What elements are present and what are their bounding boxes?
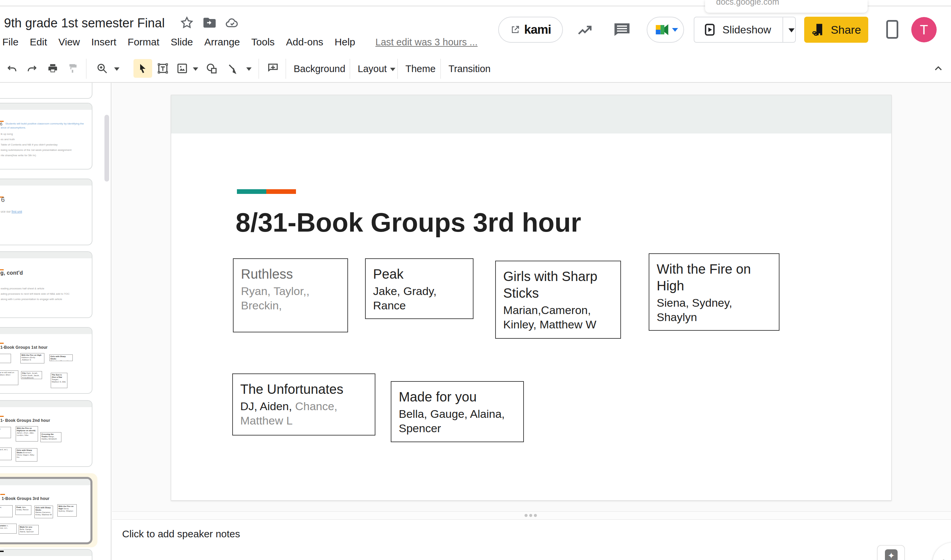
thumb-band (0, 103, 92, 110)
url-tooltip: docs.google.com (705, 0, 868, 13)
slide-accent-bar (237, 189, 296, 194)
slide-thumbnail-6[interactable]: 1- Book Groups 2nd hour ke H, , LucyWith… (0, 400, 92, 467)
menu-file[interactable]: File (0, 35, 24, 49)
menu-addons[interactable]: Add-ons (280, 35, 329, 49)
star-icon[interactable] (180, 15, 194, 30)
meet-button[interactable] (647, 17, 684, 43)
menu-edit[interactable]: Edit (24, 35, 53, 49)
kami-button[interactable]: kami (498, 17, 563, 43)
slide-header-band (171, 95, 891, 134)
menu-insert[interactable]: Insert (86, 35, 122, 49)
group-box[interactable]: RuthlessRyan, Taylor,, Breckin, (233, 258, 348, 332)
group-box[interactable]: The UnfortunatesDJ, Aiden, Chance, Matth… (232, 374, 375, 435)
notes-resize-handle[interactable] (112, 511, 951, 520)
slide-thumbnail-7-selected[interactable]: 1-Book Groups 3rd hour ss ler,Peak Jake,… (0, 477, 92, 544)
speaker-notes[interactable]: Click to add speaker notes (112, 520, 951, 560)
line-caret[interactable] (246, 68, 252, 71)
toolbar-divider (440, 59, 441, 79)
menubar: File Edit View Insert Format Slide Arran… (0, 35, 361, 49)
cloud-status-icon[interactable] (225, 15, 240, 30)
kami-tool-button[interactable]: ✦ (877, 545, 905, 560)
menu-slide[interactable]: Slide (165, 35, 199, 49)
shape-icon[interactable] (202, 59, 221, 78)
layout-caret (390, 68, 395, 71)
slide-thumbnail-4[interactable]: g, cont'd eading processes half sheet & … (0, 251, 92, 318)
handle-dot (525, 514, 528, 517)
toolbar-divider (86, 59, 86, 79)
redo-icon[interactable] (23, 59, 42, 78)
thumb-band (0, 401, 92, 407)
slideshow-caret[interactable] (788, 28, 794, 32)
slide-canvas: 8/31-Book Groups 3rd hour RuthlessRyan, … (112, 83, 951, 511)
toolbar-divider (397, 59, 398, 79)
comment-icon[interactable] (612, 20, 632, 40)
account-avatar[interactable]: T (911, 17, 937, 42)
insert-image-icon[interactable] (173, 59, 192, 78)
main-toolbar: Background Layout Theme Transition (0, 55, 951, 83)
textbox-icon[interactable] (154, 59, 172, 78)
thumb-band (0, 179, 92, 186)
slideshow-divider (782, 17, 783, 42)
thumb8-content-sliver (0, 551, 4, 552)
paint-format-icon[interactable] (63, 59, 82, 78)
slide-thumbnail-1[interactable] (0, 83, 92, 99)
handle-dot (529, 514, 532, 517)
slide-thumbnail-2[interactable]: 6 Students will build positive classroom… (0, 103, 92, 169)
sparkle-icon: ✦ (885, 549, 898, 560)
share-org-icon (811, 22, 826, 37)
add-comment-icon[interactable] (264, 59, 282, 78)
filmstrip: 6 Students will build positive classroom… (0, 83, 111, 560)
menu-arrange[interactable]: Arrange (199, 35, 246, 49)
external-link-icon (510, 25, 520, 35)
device-frame-icon[interactable] (886, 20, 898, 39)
collapse-toolbar-icon[interactable] (929, 59, 948, 78)
speaker-notes-placeholder: Click to add speaker notes (122, 528, 240, 540)
meet-caret (672, 28, 678, 32)
meet-icon (653, 20, 671, 39)
thumb-band (0, 252, 92, 258)
present-icon (703, 23, 716, 36)
menu-help[interactable]: Help (329, 35, 361, 49)
select-tool[interactable] (134, 59, 152, 78)
move-folder-icon[interactable] (202, 15, 217, 30)
transition-button[interactable]: Transition (448, 55, 491, 82)
current-slide[interactable]: 8/31-Book Groups 3rd hour RuthlessRyan, … (171, 95, 892, 501)
share-button[interactable]: Share (804, 17, 868, 43)
document-title[interactable]: 9th grade 1st semester Final (4, 16, 165, 30)
handle-dot (534, 514, 537, 517)
group-box[interactable]: PeakJake, Grady, Rance (365, 258, 474, 319)
group-box[interactable]: Girls with Sharp SticksMarian,Cameron, K… (495, 261, 621, 339)
last-edit-link[interactable]: Last edit was 3 hours ... (375, 35, 477, 49)
slide-thumbnail-8[interactable] (0, 549, 92, 560)
toolbar-divider (286, 59, 286, 79)
image-caret[interactable] (193, 68, 198, 71)
theme-button[interactable]: Theme (405, 55, 435, 82)
thumb-accent (0, 343, 4, 344)
toolbar-divider (350, 59, 350, 79)
undo-icon[interactable] (3, 59, 22, 78)
zoom-caret[interactable] (114, 68, 120, 71)
thumb-accent (0, 494, 5, 495)
spark-trend-icon[interactable] (576, 21, 595, 39)
thumb-band (0, 479, 91, 485)
zoom-icon[interactable] (93, 59, 111, 78)
line-icon[interactable] (223, 59, 242, 78)
slide-thumbnail-3[interactable]: 6 uce our first unit (0, 178, 92, 245)
print-icon[interactable] (43, 59, 62, 78)
thumb-band (0, 328, 92, 334)
menu-format[interactable]: Format (122, 35, 165, 49)
menu-view[interactable]: View (53, 35, 85, 49)
chevron-left-icon: ‹ (940, 553, 945, 560)
background-button[interactable]: Background (294, 55, 345, 82)
slideshow-button[interactable]: Slideshow (694, 17, 796, 43)
layout-button[interactable]: Layout (358, 55, 395, 82)
toolbar-divider (259, 59, 259, 79)
slide-thumbnail-5[interactable]: 1-Book Groups 1st hour ngels, ley,With t… (0, 327, 92, 394)
group-box[interactable]: With the Fire on HighSiena, Sydney, Shay… (649, 253, 780, 331)
thumb-band (0, 550, 92, 556)
group-box[interactable]: Made for youBella, Gauge, Alaina, Spence… (391, 381, 524, 442)
filmstrip-scrollbar[interactable] (105, 115, 109, 182)
slide-title[interactable]: 8/31-Book Groups 3rd hour (235, 207, 581, 238)
menu-tools[interactable]: Tools (246, 35, 280, 49)
app-header: 9th grade 1st semester Final File Edit V… (0, 0, 951, 55)
